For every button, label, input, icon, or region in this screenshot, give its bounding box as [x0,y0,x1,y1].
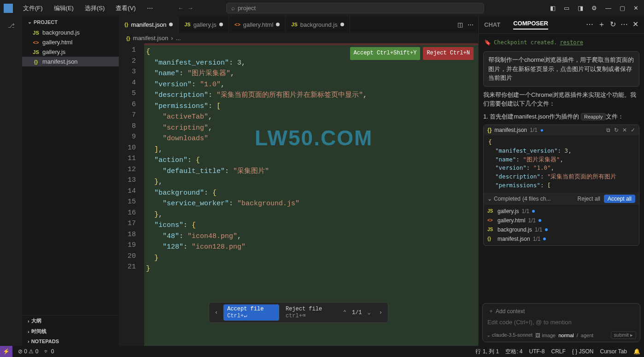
activity-bar: 🗎 ⌕ ⎇ ⊞ ⌄ [0,16,22,346]
diff-up-icon[interactable]: ⌃ [340,309,349,316]
close-icon[interactable]: ✕ [632,4,640,12]
file-type-icon: {} [487,236,495,241]
chevron-down-icon: ⌄ [28,19,32,25]
cursor-position[interactable]: 行 1, 列 1 [475,348,499,356]
language-mode[interactable]: { } JSON [572,348,594,355]
chat-tab[interactable]: COMPOSER [513,20,548,30]
menu-item[interactable]: 编辑(E) [49,2,78,14]
more-actions-icon[interactable]: ⋯ [468,21,474,28]
nav-back-icon[interactable]: ← [178,5,184,12]
model-selector[interactable]: ⌄ claude-3.5-sonnet [486,332,533,338]
menu-item[interactable]: ⋯ [142,3,158,13]
eol[interactable]: CRLF [551,348,565,355]
changed-file-row[interactable]: JSbackground.js1/1 [484,225,639,234]
source-control-icon[interactable]: ⎇ [6,20,17,31]
editor-tab[interactable]: <>gallery.html [229,16,286,33]
search-icon: ⌕ [231,5,235,12]
diff-next-file-icon[interactable]: › [376,309,385,316]
assistant-step: 1. 首先创建manifest.json作为插件的Reapply文件： [483,112,639,121]
new-chat-icon[interactable]: ＋ [598,20,605,30]
chevron-right-icon: › [28,339,29,344]
reject-file-button[interactable]: Reject file ctrl+⌫ [282,304,338,321]
accept-file-button[interactable]: Accept file Ctrl+↵ [223,304,279,321]
explorer-header[interactable]: ⌄ PROJECT [22,16,119,28]
bookmark-icon: 🔖 [484,39,491,46]
refresh-icon[interactable]: ↻ [614,127,619,133]
tab-label: background.js [300,21,338,28]
outline-section[interactable]: › 大纲 [22,315,119,326]
layout-left-icon[interactable]: ◧ [548,4,557,12]
menu-item[interactable]: 文件(F) [18,2,47,14]
copy-icon[interactable]: ⧉ [606,127,610,133]
outline-section[interactable]: › 时间线 [22,326,119,337]
composer-header: CHATCOMPOSER ⋯ ＋ ↻ ⋯ ✕ [479,16,644,34]
ports-indicator[interactable]: ᯤ 0 [44,348,54,355]
file-type-icon: JS [291,22,297,27]
chevron-down-icon[interactable]: ⌄ [487,196,492,202]
menu-item[interactable]: 查看(V) [111,2,140,14]
add-context-button[interactable]: ＋Add context [486,306,636,316]
changed-file-row[interactable]: JSgallery.js1/1 [484,207,639,216]
mode-normal[interactable]: normal [558,333,574,338]
submit-button[interactable]: submit ▸ [611,331,636,339]
reject-suggestion-button[interactable]: Reject Ctrl+N [423,47,474,60]
changed-file-row[interactable]: {}manifest.json1/1 [484,234,639,244]
code-editor[interactable]: 123456789101112131415161718192021 Accept… [119,43,478,346]
notifications-icon[interactable]: 🔔 [633,348,640,355]
chat-textarea[interactable]: Edit code (Ctrl+I), @ to mention [486,316,636,328]
chat-input: ＋Add context Edit code (Ctrl+I), @ to me… [482,303,640,342]
file-type-icon: JS [184,22,190,27]
remote-indicator[interactable]: ⚡ [0,346,12,357]
chevron-right-icon: › [28,318,29,324]
file-item[interactable]: <>gallery.html [22,37,119,47]
layout-right-icon[interactable]: ◨ [576,4,585,12]
diff-prev-file-icon[interactable]: ‹ [212,309,221,316]
editor-tab[interactable]: JSgallery.js [179,16,229,33]
minimize-icon[interactable]: — [603,4,613,12]
image-attach[interactable]: 🖼 image [535,333,556,338]
problems-indicator[interactable]: ⊘ 0 ⚠ 0 [18,348,38,355]
file-icon: {} [32,59,40,65]
diff-down-icon[interactable]: ⌄ [365,309,374,316]
close-panel-icon[interactable]: ✕ [632,20,638,30]
settings-gear-icon[interactable]: ⚙ [590,4,599,12]
json-icon: {} [126,36,130,41]
restore-link[interactable]: restore [560,39,583,46]
completed-bar: ⌄ Completed (4 files ch... Reject all Ac… [484,193,639,205]
modified-dot-icon [219,23,223,26]
maximize-icon[interactable]: ▢ [618,4,627,12]
accept-all-button[interactable]: Accept all [604,195,635,203]
overflow-icon[interactable]: ⋯ [621,20,628,30]
command-center[interactable]: ⌕ project [226,3,484,13]
file-type-icon: JS [487,227,495,232]
nav-forward-icon[interactable]: → [187,5,193,12]
chat-tab[interactable]: CHAT [484,21,500,28]
mode-agent[interactable]: agent [581,333,594,338]
history-icon[interactable]: ↻ [610,20,616,30]
modified-dot-icon [276,23,280,26]
accept-suggestion-button[interactable]: Accept Ctrl+Shift+Y [350,47,421,60]
layout-bottom-icon[interactable]: ▭ [562,4,571,12]
encoding[interactable]: UTF-8 [529,348,544,355]
file-icon: <> [32,40,40,45]
breadcrumb[interactable]: {} manifest.json › ... [119,33,478,43]
outline-section[interactable]: › NOTEPADS [22,337,119,346]
reapply-pill[interactable]: Reapply [581,113,606,120]
editor-tab[interactable]: {}manifest.json [119,16,179,33]
app-logo [4,4,13,13]
cursor-tab[interactable]: Cursor Tab [600,348,627,355]
apply-icon[interactable]: ✓ [631,127,635,133]
changed-file-row[interactable]: <>gallery.html1/1 [484,216,639,225]
menu-item[interactable]: 选择(S) [80,2,109,14]
more-icon[interactable]: ⋯ [586,20,593,30]
editor-tab[interactable]: JSbackground.js [286,16,350,33]
close-card-icon[interactable]: ✕ [622,127,627,133]
file-item[interactable]: {}manifest.json [22,57,119,66]
diff-toolbar: ‹ Accept file Ctrl+↵ Reject file ctrl+⌫ … [209,302,388,323]
file-item[interactable]: JSbackground.js [22,28,119,37]
indentation[interactable]: 空格: 4 [505,348,522,356]
reject-all-button[interactable]: Reject all [578,196,600,202]
file-item[interactable]: JSgallery.js [22,47,119,57]
tab-label: gallery.html [243,21,274,28]
split-editor-icon[interactable]: ◫ [457,21,463,28]
